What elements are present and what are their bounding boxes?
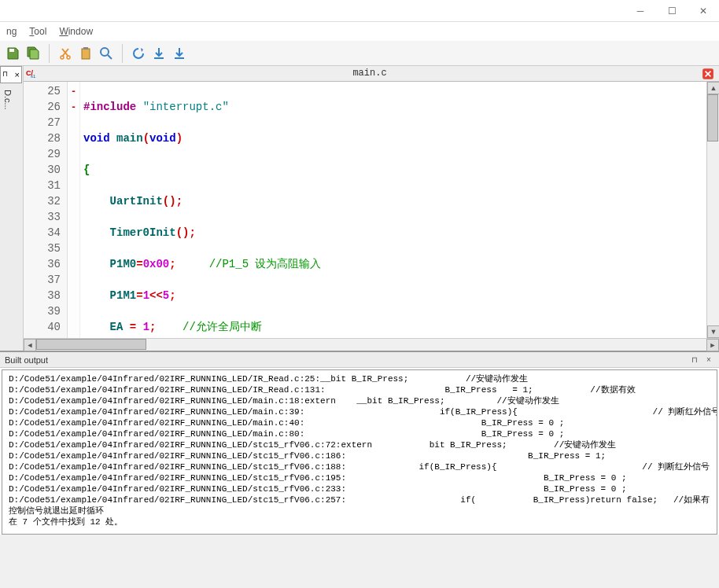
refresh-button[interactable] [129, 44, 148, 63]
toolbar-separator [49, 44, 50, 63]
code-text[interactable]: #include "interrupt.c" void main(void) {… [80, 82, 719, 338]
save-button[interactable] [3, 44, 22, 63]
editor-pane: C/s1 main.c 25262728 29303132 33343536 3… [24, 66, 719, 351]
svg-point-2 [67, 56, 70, 59]
window-titlebar: ─ ☐ ✕ [0, 0, 719, 22]
scroll-down-icon[interactable]: ▼ [707, 325, 719, 338]
toolbar [0, 41, 719, 66]
svg-rect-7 [175, 57, 184, 59]
svg-rect-0 [9, 49, 14, 52]
menu-tool[interactable]: Tool [26, 24, 50, 39]
pin-icon[interactable]: ⊓ [2, 70, 8, 79]
cut-button[interactable] [56, 44, 75, 63]
download-button[interactable] [149, 44, 168, 63]
output-pin-icon[interactable]: ⊓ [689, 355, 700, 366]
close-button[interactable]: ✕ [688, 0, 719, 22]
output-text[interactable]: D:/Code51/example/04Infrared/02IRF_RUNNI… [2, 369, 717, 535]
svg-point-5 [101, 48, 109, 56]
tab-title[interactable]: main.c [38, 66, 702, 81]
svg-rect-4 [83, 47, 88, 50]
tab-close-icon[interactable] [702, 68, 714, 80]
output-header: Built output ⊓ × [0, 352, 719, 368]
sidebar-header: ⊓ × [0, 66, 22, 83]
project-sidebar: ⊓ × D.c... [0, 66, 24, 351]
menu-ng[interactable]: ng [3, 24, 20, 39]
minimize-button[interactable]: ─ [625, 0, 656, 22]
menu-window[interactable]: Window [56, 24, 96, 39]
output-title: Built output [5, 355, 686, 365]
menu-bar: ng Tool Window [0, 22, 719, 41]
paste-button[interactable] [76, 44, 95, 63]
scroll-up-icon[interactable]: ▲ [707, 82, 719, 94]
output-close-icon[interactable]: × [703, 355, 714, 366]
svg-text:s1: s1 [31, 74, 36, 79]
save-all-button[interactable] [24, 44, 42, 63]
code-editor[interactable]: 25262728 29303132 33343536 37383940 -- #… [24, 82, 719, 338]
sidebar-close-icon[interactable]: × [15, 70, 20, 79]
scroll-right-icon[interactable]: ► [706, 339, 719, 351]
output-panel: Built output ⊓ × D:/Code51/example/04Inf… [0, 351, 719, 535]
svg-rect-3 [82, 49, 90, 59]
svg-point-1 [61, 56, 64, 59]
file-type-icon: C/s1 [25, 68, 36, 79]
line-gutter: 25262728 29303132 33343536 37383940 [24, 82, 68, 338]
svg-rect-6 [154, 57, 164, 59]
maximize-button[interactable]: ☐ [656, 0, 688, 22]
horizontal-scrollbar[interactable]: ◄ ► [24, 338, 719, 351]
vertical-scrollbar[interactable]: ▲ ▼ [706, 82, 719, 338]
fold-column[interactable]: -- [68, 82, 80, 338]
find-button[interactable] [97, 44, 116, 63]
scroll-thumb[interactable] [36, 339, 146, 350]
scroll-thumb[interactable] [707, 94, 718, 141]
editor-tab-bar: C/s1 main.c [24, 66, 719, 82]
toolbar-separator [122, 44, 123, 63]
scroll-left-icon[interactable]: ◄ [24, 339, 36, 351]
download2-button[interactable] [170, 44, 189, 63]
